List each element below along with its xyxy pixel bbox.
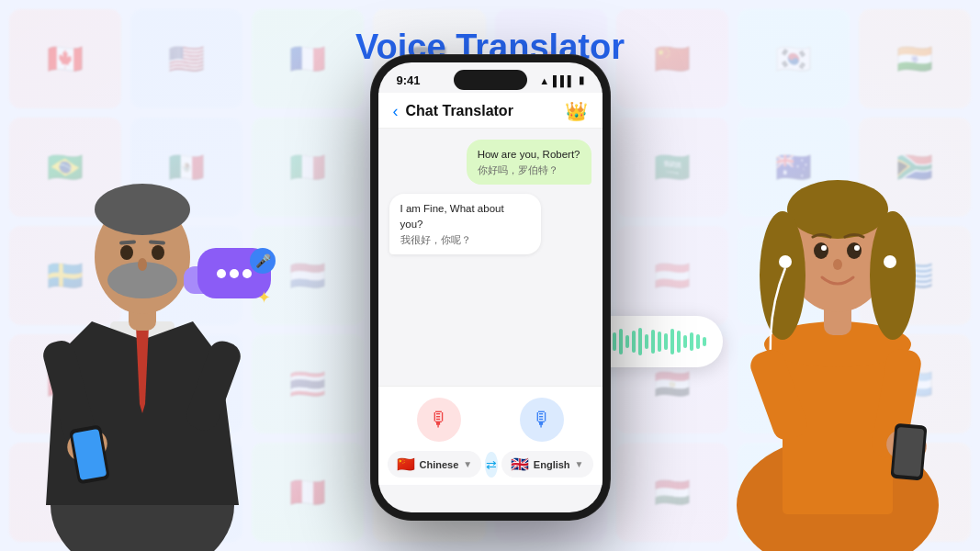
lang-flag-left: 🇨🇳: [397, 455, 415, 473]
svg-point-10: [152, 245, 164, 260]
waveform-bar: [664, 333, 668, 350]
waveform-bar: [638, 328, 642, 355]
swap-button[interactable]: ⇄: [485, 452, 498, 478]
svg-point-27: [814, 242, 828, 259]
svg-point-26: [870, 211, 916, 340]
svg-point-7: [95, 184, 190, 235]
battery-icon: ▮: [579, 74, 584, 86]
lang-flag-right: 🇬🇧: [511, 455, 529, 473]
person-right: [695, 9, 980, 551]
lang-name-left: Chinese: [420, 459, 459, 470]
message-bubble-right: How are you, Robert? 你好吗，罗伯特？: [467, 140, 591, 185]
crown-icon: 👑: [565, 100, 588, 122]
bottom-controls: 🎙 🎙 🇨🇳 Chinese ▼ ⇄: [378, 386, 603, 485]
phone-outer: 9:41 ▲ ▌▌▌ ▮ ‹ Chat Translator 👑 How are…: [371, 55, 610, 520]
mic-row: 🎙 🎙: [388, 398, 593, 442]
message-bubble-left: I am Fine, What about you? 我很好，你呢？: [389, 194, 541, 254]
phone-mockup: 9:41 ▲ ▌▌▌ ▮ ‹ Chat Translator 👑 How are…: [371, 55, 610, 520]
waveform-bar: [619, 329, 623, 354]
mic-button-right[interactable]: 🎙: [520, 398, 564, 442]
svg-point-31: [833, 259, 842, 270]
lang-selector-left[interactable]: 🇨🇳 Chinese ▼: [388, 451, 482, 478]
nav-title: Chat Translator: [406, 103, 565, 119]
wifi-icon: ▲: [539, 75, 549, 86]
language-row: 🇨🇳 Chinese ▼ ⇄ 🇬🇧 English ▼: [388, 451, 593, 478]
svg-point-24: [787, 180, 888, 239]
mic-button-left[interactable]: 🎙: [417, 398, 461, 442]
lang-arrow-left: ▼: [463, 459, 472, 469]
waveform-bar: [651, 330, 655, 354]
msg-en-1: How are you, Robert?: [478, 147, 580, 162]
waveform-bar: [703, 337, 706, 346]
svg-point-29: [821, 245, 827, 251]
lang-selector-right[interactable]: 🇬🇧 English ▼: [501, 451, 593, 478]
nav-bar: ‹ Chat Translator 👑: [378, 93, 603, 129]
svg-point-13: [138, 258, 147, 271]
signal-icon: ▌▌▌: [553, 75, 574, 86]
waveform-bar: [677, 331, 681, 353]
svg-rect-37: [894, 427, 924, 477]
svg-point-32: [779, 255, 792, 268]
mic-icon-right: 🎙: [532, 408, 552, 432]
waveform-bar: [613, 332, 616, 351]
waveform-bar: [625, 335, 629, 348]
chat-bubble-decoration: 🎤 ✦: [184, 239, 276, 312]
waveform-bar: [670, 329, 674, 354]
phone-screen: 9:41 ▲ ▌▌▌ ▮ ‹ Chat Translator 👑 How are…: [378, 62, 603, 512]
svg-point-30: [854, 245, 860, 251]
svg-point-9: [120, 245, 133, 260]
waveform-bar: [658, 332, 661, 352]
msg-en-2: I am Fine, What about you?: [400, 201, 530, 231]
mic-icon-left: 🎙: [429, 408, 449, 432]
waveform-bar: [683, 335, 687, 348]
svg-point-33: [884, 255, 896, 268]
msg-cn-2: 我很好，你呢？: [400, 233, 530, 247]
lang-arrow-right: ▼: [575, 459, 584, 469]
chat-area: How are you, Robert? 你好吗，罗伯特？ I am Fine,…: [378, 129, 603, 386]
waveform-bar: [696, 334, 700, 349]
status-time: 9:41: [397, 73, 421, 87]
msg-cn-1: 你好吗，罗伯特？: [478, 163, 580, 177]
lang-name-right: English: [534, 459, 570, 470]
back-button[interactable]: ‹: [393, 102, 399, 121]
sparkle-icon: ✦: [257, 287, 271, 308]
waveform-bar: [632, 331, 636, 353]
svg-point-28: [847, 242, 862, 259]
waveform-bar: [645, 334, 648, 349]
swap-icon: ⇄: [486, 457, 497, 472]
waveform-bar: [690, 332, 693, 351]
status-icons: ▲ ▌▌▌ ▮: [539, 74, 583, 86]
mic-bubble-icon: 🎤: [250, 248, 276, 274]
dynamic-island: [454, 70, 527, 90]
